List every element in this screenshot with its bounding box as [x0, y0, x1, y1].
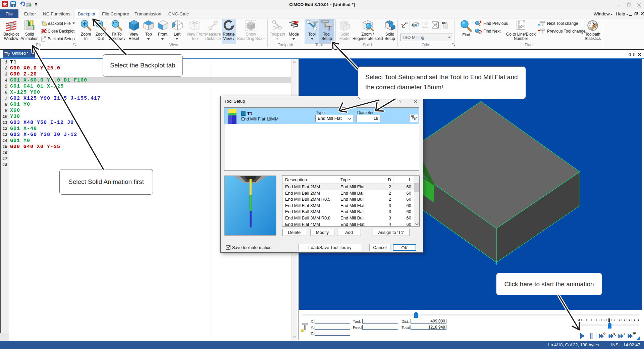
svg-text:STL: STL — [434, 24, 438, 27]
svg-text:z: z — [624, 333, 625, 336]
svg-text:DXF: DXF — [442, 21, 447, 24]
